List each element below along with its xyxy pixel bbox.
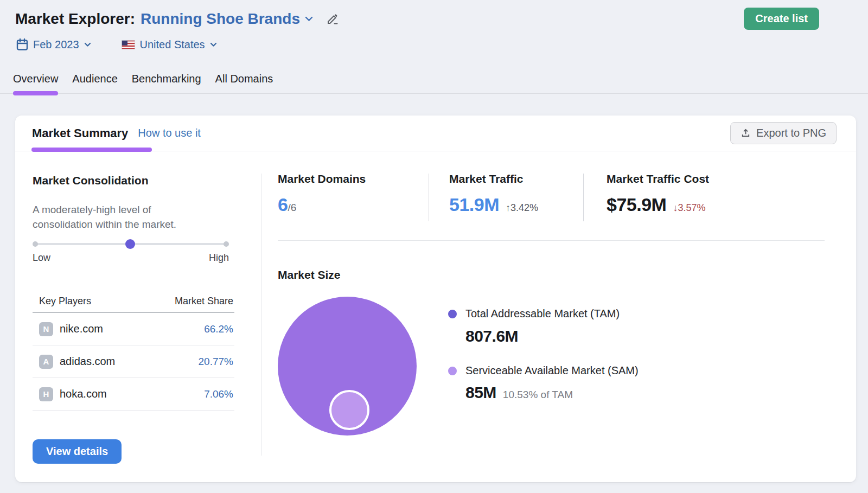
market-consolidation-title: Market Consolidation bbox=[33, 174, 149, 187]
market-share-column-header: Market Share bbox=[175, 296, 233, 307]
stat-change-down: ↓3.57% bbox=[673, 202, 705, 214]
tab-all-domains[interactable]: All Domains bbox=[215, 71, 273, 93]
create-list-button[interactable]: Create list bbox=[744, 8, 819, 30]
market-summary-card: Market Summary How to use it Export to P… bbox=[15, 116, 856, 482]
card-title-underline bbox=[31, 148, 152, 152]
tab-overview[interactable]: Overview bbox=[13, 71, 58, 93]
edit-pencil-icon[interactable] bbox=[326, 12, 339, 25]
chevron-down-icon bbox=[210, 42, 217, 47]
filters-row: Feb 2023 United States bbox=[16, 38, 217, 51]
gauge-thumb bbox=[125, 239, 135, 249]
stat-market-traffic-cost: Market Traffic Cost $75.9M ↓3.57% bbox=[607, 172, 709, 215]
calendar-icon bbox=[16, 38, 28, 51]
market-share-value: 7.06% bbox=[204, 388, 233, 400]
stat-market-domains: Market Domains 6 /6 bbox=[278, 172, 366, 215]
sam-share-note: 10.53% of TAM bbox=[503, 389, 573, 401]
tam-legend-dot bbox=[448, 310, 457, 318]
market-explorer-page: Market Explorer: Running Shoe Brands Cre… bbox=[0, 0, 868, 493]
export-icon bbox=[741, 128, 751, 138]
chevron-down-icon bbox=[305, 16, 313, 22]
domain-initial-badge: A bbox=[39, 355, 53, 369]
tab-benchmarking[interactable]: Benchmarking bbox=[132, 71, 201, 93]
key-players-column-header: Key Players bbox=[39, 296, 91, 307]
gauge-low-label: Low bbox=[33, 252, 50, 264]
key-players-table: Key Players Market Share N nike.com 66.2… bbox=[33, 290, 234, 411]
consolidation-gauge bbox=[33, 239, 229, 249]
country-filter-value: United States bbox=[140, 39, 205, 51]
section-divider bbox=[278, 240, 825, 241]
stat-divider bbox=[583, 174, 584, 221]
table-row-adidas[interactable]: A adidas.com 20.77% bbox=[33, 345, 234, 378]
country-filter[interactable]: United States bbox=[122, 39, 217, 51]
column-divider bbox=[261, 174, 261, 456]
project-dropdown[interactable]: Running Shoe Brands bbox=[141, 10, 313, 28]
export-button-label: Export to PNG bbox=[756, 127, 826, 139]
market-share-value: 20.77% bbox=[199, 356, 233, 368]
us-flag-icon bbox=[122, 40, 135, 49]
table-row-nike[interactable]: N nike.com 66.2% bbox=[33, 313, 234, 345]
how-to-use-link[interactable]: How to use it bbox=[138, 127, 201, 139]
tam-legend-label: Total Addressable Market (TAM) bbox=[465, 308, 620, 320]
view-details-button[interactable]: View details bbox=[33, 439, 122, 464]
key-players-header-row: Key Players Market Share bbox=[33, 290, 234, 313]
stat-label: Market Domains bbox=[278, 172, 366, 185]
stat-total: /6 bbox=[288, 202, 296, 214]
tab-bar: Overview Audience Benchmarking All Domai… bbox=[0, 71, 868, 94]
stat-label: Market Traffic Cost bbox=[607, 172, 709, 185]
export-to-png-button[interactable]: Export to PNG bbox=[730, 122, 837, 144]
chevron-down-icon bbox=[84, 42, 91, 47]
date-filter-value: Feb 2023 bbox=[33, 39, 79, 51]
stat-value: $75.9M bbox=[607, 194, 666, 215]
stat-change-up: ↑3.42% bbox=[506, 202, 538, 214]
sam-legend-dot bbox=[448, 367, 457, 375]
sam-value-row: 85M 10.53% of TAM bbox=[465, 383, 573, 402]
sam-legend-label: Serviceable Available Market (SAM) bbox=[465, 364, 639, 377]
domain-name: hoka.com bbox=[60, 388, 107, 400]
date-filter[interactable]: Feb 2023 bbox=[16, 38, 91, 51]
sam-value: 85M bbox=[465, 383, 496, 402]
tam-value: 807.6M bbox=[465, 327, 518, 345]
gauge-high-label: High bbox=[209, 252, 229, 264]
domain-initial-badge: N bbox=[39, 322, 53, 336]
page-title: Market Explorer: Running Shoe Brands bbox=[15, 10, 339, 28]
page-header: Market Explorer: Running Shoe Brands Cre… bbox=[15, 8, 853, 30]
card-title: Market Summary bbox=[32, 126, 128, 140]
stat-value: 6 bbox=[278, 194, 288, 215]
stat-market-traffic: Market Traffic 51.9M ↑3.42% bbox=[449, 172, 538, 215]
tab-audience[interactable]: Audience bbox=[72, 71, 117, 93]
gauge-high-endpoint bbox=[224, 241, 229, 247]
domain-name: adidas.com bbox=[60, 355, 115, 368]
market-size-title: Market Size bbox=[278, 268, 341, 281]
market-share-value: 66.2% bbox=[204, 323, 233, 335]
project-name: Running Shoe Brands bbox=[141, 10, 300, 28]
page-title-prefix: Market Explorer: bbox=[15, 10, 135, 28]
stat-divider bbox=[429, 174, 429, 221]
gauge-scale-labels: Low High bbox=[33, 252, 229, 264]
table-row-hoka[interactable]: H hoka.com 7.06% bbox=[33, 378, 234, 411]
stat-label: Market Traffic bbox=[449, 172, 538, 185]
market-consolidation-description: A moderately-high level of consolidation… bbox=[33, 202, 213, 232]
gauge-low-endpoint bbox=[33, 241, 38, 247]
stat-value: 51.9M bbox=[449, 194, 499, 215]
domain-name: nike.com bbox=[60, 323, 103, 335]
card-header: Market Summary How to use it Export to P… bbox=[15, 116, 856, 151]
sam-bubble bbox=[329, 390, 369, 430]
domain-initial-badge: H bbox=[39, 387, 53, 401]
